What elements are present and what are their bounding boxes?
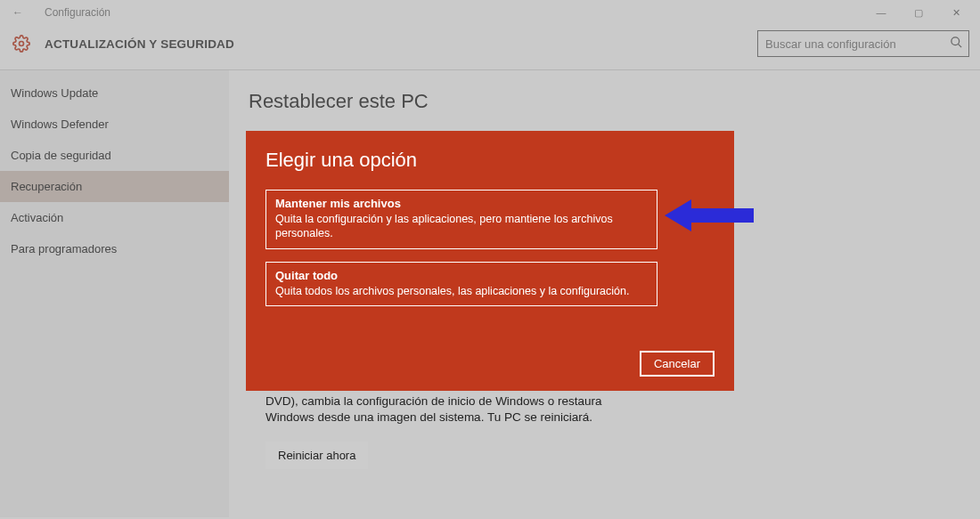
modal-title: Elegir una opción xyxy=(265,149,715,172)
advanced-startup-desc: DVD), cambia la configuración de inicio … xyxy=(265,393,604,426)
annotation-arrow-icon xyxy=(665,198,754,236)
option-keep-files-desc: Quita la configuración y las aplicacione… xyxy=(275,212,648,241)
cancel-button[interactable]: Cancelar xyxy=(640,351,715,377)
reset-modal: Elegir una opción Mantener mis archivos … xyxy=(246,131,734,391)
restart-now-button[interactable]: Reiniciar ahora xyxy=(265,442,368,469)
option-remove-all-title: Quitar todo xyxy=(275,269,648,282)
advanced-startup-text: DVD), cambia la configuración de inicio … xyxy=(265,393,604,469)
svg-marker-3 xyxy=(665,199,754,231)
option-remove-all[interactable]: Quitar todo Quita todos los archivos per… xyxy=(265,262,657,306)
option-remove-all-desc: Quita todos los archivos personales, las… xyxy=(275,284,648,298)
option-keep-files[interactable]: Mantener mis archivos Quita la configura… xyxy=(265,190,657,249)
option-keep-files-title: Mantener mis archivos xyxy=(275,197,648,210)
